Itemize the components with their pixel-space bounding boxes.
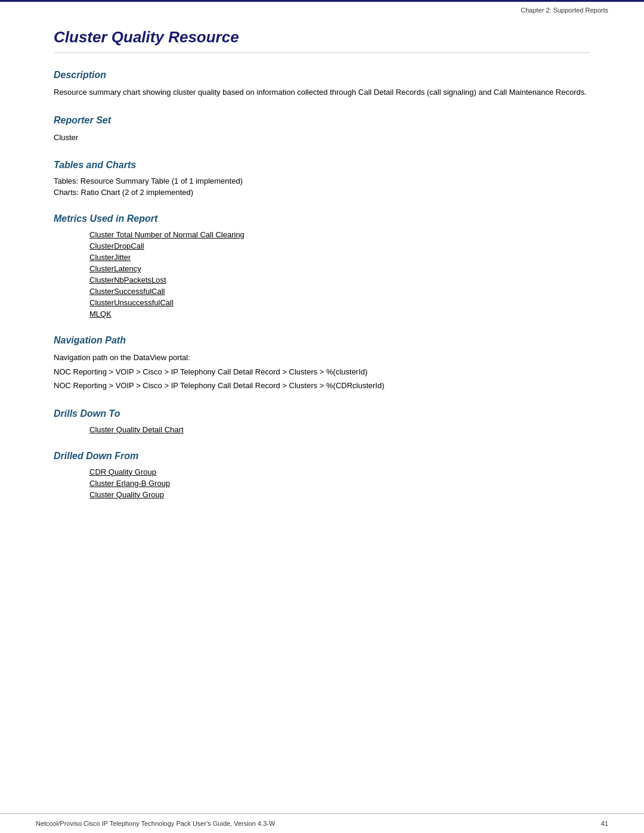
header-area: Chapter 2: Supported Reports: [0, 2, 644, 16]
navigation-paths: NOC Reporting > VOIP > Cisco > IP Teleph…: [54, 366, 590, 392]
section-heading-navigation: Navigation Path: [54, 335, 590, 346]
footer: Netcool/Proviso Cisco IP Telephony Techn…: [0, 813, 644, 833]
drilled-from-link[interactable]: Cluster Quality Group: [89, 490, 590, 499]
section-heading-metrics: Metrics Used in Report: [54, 213, 590, 224]
page-title: Cluster Quality Resource: [54, 28, 590, 53]
metrics-list: Cluster Total Number of Normal Call Clea…: [54, 230, 590, 318]
nav-path-item: NOC Reporting > VOIP > Cisco > IP Teleph…: [54, 366, 590, 378]
section-heading-description: Description: [54, 70, 590, 80]
drilled-from-list: CDR Quality GroupCluster Erlang-B GroupC…: [54, 467, 590, 499]
metric-link[interactable]: ClusterUnsuccessfulCall: [89, 298, 590, 307]
metric-link[interactable]: Cluster Total Number of Normal Call Clea…: [89, 230, 590, 239]
nav-path-item: NOC Reporting > VOIP > Cisco > IP Teleph…: [54, 380, 590, 392]
metric-link[interactable]: ClusterSuccessfulCall: [89, 287, 590, 296]
section-heading-reporter-set: Reporter Set: [54, 115, 590, 126]
section-heading-drills-down: Drills Down To: [54, 408, 590, 419]
metric-link[interactable]: ClusterLatency: [89, 264, 590, 273]
navigation-intro: Navigation path on the DataView portal:: [54, 352, 590, 364]
metric-link[interactable]: MLQK: [89, 309, 590, 318]
reporter-set-value: Cluster: [54, 132, 590, 144]
section-heading-drilled-from: Drilled Down From: [54, 451, 590, 462]
drills-down-link[interactable]: Cluster Quality Detail Chart: [89, 425, 590, 434]
metric-link[interactable]: ClusterNbPacketsLost: [89, 275, 590, 284]
main-content: Cluster Quality Resource Description Res…: [0, 16, 644, 537]
metric-link[interactable]: ClusterDropCall: [89, 241, 590, 250]
charts-line: Charts: Ratio Chart (2 of 2 implemented): [54, 188, 590, 197]
metric-link[interactable]: ClusterJitter: [89, 253, 590, 262]
chapter-label: Chapter 2: Supported Reports: [521, 7, 608, 14]
footer-right: 41: [601, 820, 608, 827]
page-container: Chapter 2: Supported Reports Cluster Qua…: [0, 0, 644, 833]
section-heading-tables-charts: Tables and Charts: [54, 160, 590, 171]
drilled-from-link[interactable]: CDR Quality Group: [89, 467, 590, 476]
drills-down-list: Cluster Quality Detail Chart: [54, 425, 590, 434]
footer-left: Netcool/Proviso Cisco IP Telephony Techn…: [36, 820, 275, 827]
tables-line: Tables: Resource Summary Table (1 of 1 i…: [54, 176, 590, 185]
drilled-from-link[interactable]: Cluster Erlang-B Group: [89, 479, 590, 488]
description-text: Resource summary chart showing cluster q…: [54, 86, 590, 98]
